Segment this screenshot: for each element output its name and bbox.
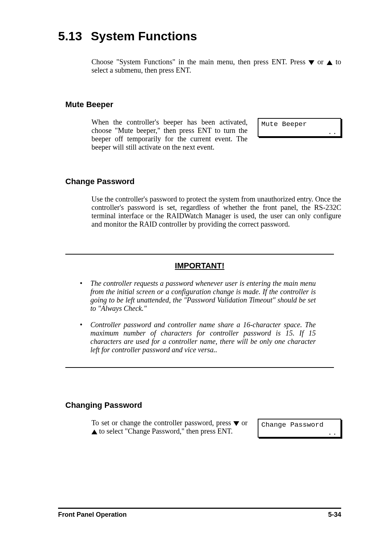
down-arrow-icon — [309, 60, 314, 65]
changing-password-block: To set or change the controller password… — [91, 419, 341, 435]
footer-left: Front Panel Operation — [58, 511, 127, 519]
changing-text-2: or — [241, 419, 248, 427]
important-block: IMPORTANT! • The controller requests a p… — [65, 254, 334, 368]
important-text-2: Controller password and controller name … — [90, 321, 316, 354]
important-text-1: The controller requests a password whene… — [90, 279, 316, 313]
mute-beeper-text: When the controller's beeper has been ac… — [91, 118, 248, 151]
mute-beeper-heading: Mute Beeper — [65, 100, 341, 109]
change-password-block: Use the controller's password to protect… — [91, 195, 341, 228]
changing-password-heading: Changing Password — [65, 401, 341, 410]
section-title-text: System Functions — [91, 29, 197, 43]
lcd-line2: .. — [261, 429, 338, 437]
change-password-text: Use the controller's password to protect… — [91, 195, 341, 228]
footer-right: 5-34 — [328, 511, 341, 519]
intro-text-2: or — [318, 58, 327, 66]
section-heading: 5.13System Functions — [58, 29, 341, 43]
bullet-icon: • — [80, 321, 82, 354]
important-title: IMPORTANT! — [65, 261, 334, 271]
down-arrow-icon — [233, 421, 239, 426]
intro-paragraph: Choose "System Functions" in the main me… — [91, 58, 341, 74]
important-item-2: • Controller password and controller nam… — [80, 321, 316, 354]
lcd-line1: Change Password — [261, 421, 338, 429]
mute-beeper-block: When the controller's beeper has been ac… — [91, 118, 341, 151]
mute-beeper-lcd: Mute Beeper .. — [258, 118, 341, 137]
change-password-lcd: Change Password .. — [258, 419, 341, 438]
up-arrow-icon — [91, 430, 97, 434]
change-password-heading: Change Password — [65, 177, 341, 186]
lcd-line1: Mute Beeper — [261, 120, 338, 128]
changing-password-text: To set or change the controller password… — [91, 419, 248, 435]
changing-text-3: to select "Change Password," then press … — [99, 427, 233, 435]
section-number: 5.13 — [58, 29, 82, 43]
important-item-1: • The controller requests a password whe… — [80, 279, 316, 313]
page-footer: Front Panel Operation 5-34 — [58, 508, 341, 519]
changing-text-1: To set or change the controller password… — [91, 419, 233, 427]
lcd-line2: .. — [261, 128, 338, 136]
bullet-icon: • — [80, 279, 82, 313]
up-arrow-icon — [327, 60, 332, 65]
intro-text-1: Choose "System Functions" in the main me… — [91, 58, 309, 66]
